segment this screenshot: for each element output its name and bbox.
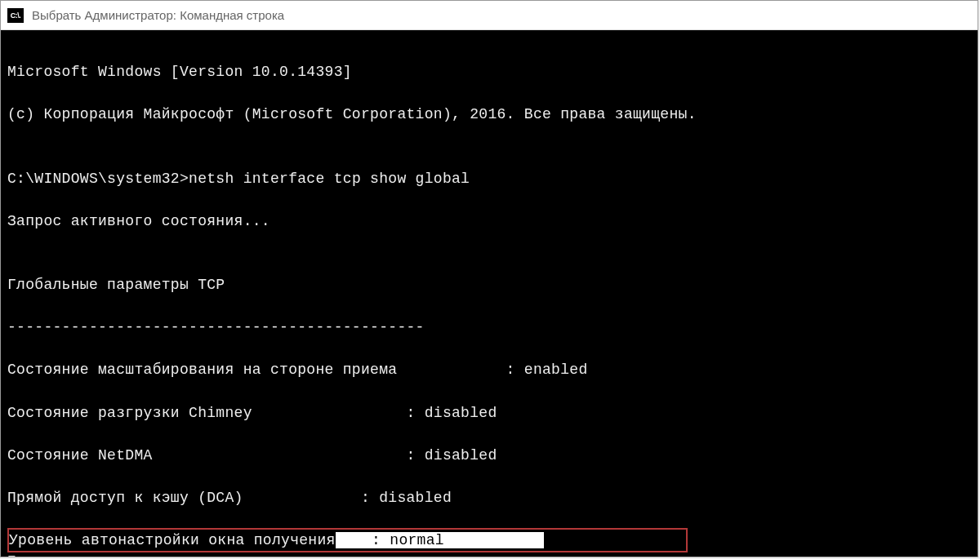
header-line: Microsoft Windows [Version 10.0.14393] xyxy=(7,61,971,82)
param-row: Состояние масштабирования на стороне при… xyxy=(7,359,971,380)
cmd-icon: C:\. xyxy=(7,8,24,23)
cmd-window: C:\. Выбрать Администратор: Командная ст… xyxy=(0,0,978,557)
param-row: Поставщик дополнительного компонента кон… xyxy=(7,551,971,557)
terminal-output[interactable]: Microsoft Windows [Version 10.0.14393] (… xyxy=(1,30,978,557)
param-row: Состояние разгрузки Chimney : disabled xyxy=(7,402,971,424)
autotuning-label: Уровень автонастройки окна получения xyxy=(9,532,336,548)
command-text: netsh interface tcp show global xyxy=(189,171,470,187)
copyright-line: (c) Корпорация Майкрософт (Microsoft Cor… xyxy=(7,104,971,125)
param-row: Прямой доступ к кэшу (DCA) : disabled xyxy=(7,487,971,508)
param-row: Состояние NetDMA : disabled xyxy=(7,445,971,466)
selected-text: : normal xyxy=(336,532,544,548)
section-title: Глобальные параметры TCP xyxy=(7,274,971,295)
prompt-path: C:\WINDOWS\system32> xyxy=(7,171,189,187)
highlighted-row: Уровень автонастройки окна получения : n… xyxy=(7,528,688,552)
divider-line: ----------------------------------------… xyxy=(7,317,971,338)
status-line: Запрос активного состояния... xyxy=(7,211,971,232)
prompt-line: C:\WINDOWS\system32>netsh interface tcp … xyxy=(7,168,971,189)
titlebar[interactable]: C:\. Выбрать Администратор: Командная ст… xyxy=(1,1,978,30)
window-title: Выбрать Администратор: Командная строка xyxy=(32,8,284,22)
row-padding xyxy=(544,532,680,548)
